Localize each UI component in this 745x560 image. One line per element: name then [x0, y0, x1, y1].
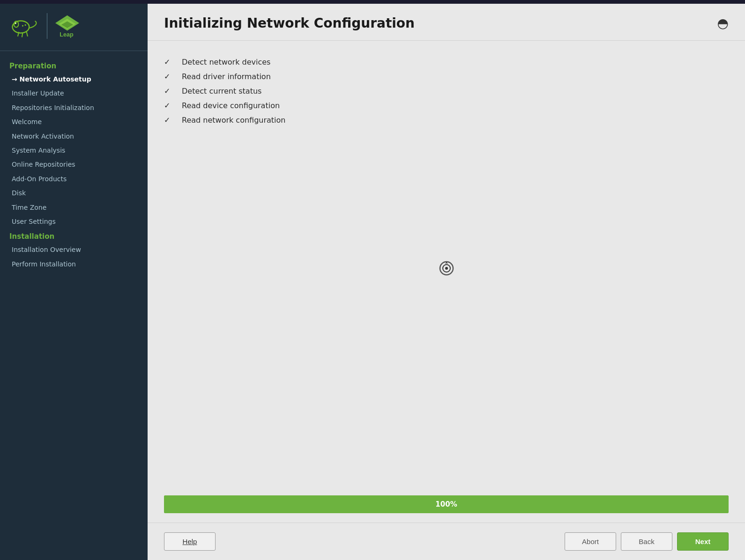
- checklist-item-4: ✓ Read device configuration: [164, 98, 729, 113]
- loading-spinner: [438, 260, 455, 277]
- sidebar-item-repositories-init[interactable]: Repositories Initialization: [0, 101, 148, 115]
- svg-point-4: [22, 25, 23, 26]
- leap-logo: Leap: [54, 15, 80, 38]
- bottom-left-buttons: Help: [164, 532, 216, 551]
- sidebar-item-installation-overview[interactable]: Installation Overview: [0, 243, 148, 257]
- sidebar-header: openSUSE Leap: [0, 4, 148, 51]
- checkmark-1: ✓: [164, 58, 173, 66]
- checklist-item-1: ✓ Detect network devices: [164, 55, 729, 69]
- sidebar-item-timezone[interactable]: Time Zone: [0, 200, 148, 214]
- progress-text: 100%: [435, 500, 457, 508]
- svg-text:Leap: Leap: [60, 31, 74, 38]
- logo-divider: [47, 13, 47, 39]
- checkmark-2: ✓: [164, 72, 173, 81]
- help-label: Help: [183, 538, 197, 545]
- help-button[interactable]: Help: [164, 532, 216, 551]
- checklist-text-4: Read device configuration: [182, 101, 280, 110]
- sidebar-item-user-settings[interactable]: User Settings: [0, 214, 148, 228]
- checklist-text-2: Read driver information: [182, 72, 271, 81]
- sidebar-item-network-autosetup[interactable]: → Network Autosetup: [0, 72, 148, 86]
- svg-point-3: [15, 22, 16, 23]
- section-preparation: Preparation: [0, 58, 148, 72]
- sidebar: openSUSE Leap Preparation: [0, 4, 148, 560]
- checklist: ✓ Detect network devices ✓ Read driver i…: [164, 55, 729, 127]
- leap-diamond-icon: Leap: [54, 15, 80, 38]
- sidebar-item-addon-products[interactable]: Add-On Products: [0, 172, 148, 186]
- checkmark-5: ✓: [164, 116, 173, 125]
- spinner-svg: [438, 260, 455, 277]
- svg-line-8: [27, 32, 28, 37]
- content-body: ✓ Detect network devices ✓ Read driver i…: [148, 41, 745, 495]
- bottom-bar: Help Abort Back Next: [148, 523, 745, 560]
- content-area: Initializing Network Configuration ◓ ✓ D…: [148, 4, 745, 560]
- svg-point-5: [25, 24, 26, 26]
- chameleon-icon: openSUSE: [9, 13, 40, 39]
- content-header: Initializing Network Configuration ◓: [148, 4, 745, 41]
- sidebar-item-network-activation[interactable]: Network Activation: [0, 129, 148, 143]
- sidebar-item-system-analysis[interactable]: System Analysis: [0, 143, 148, 157]
- abort-button[interactable]: Abort: [565, 532, 616, 551]
- progress-bar: 100%: [164, 495, 729, 513]
- opensuse-logo: openSUSE: [9, 13, 40, 39]
- checklist-text-1: Detect network devices: [182, 58, 270, 66]
- progress-section: 100%: [148, 495, 745, 523]
- sidebar-item-online-repos[interactable]: Online Repositories: [0, 157, 148, 171]
- back-button[interactable]: Back: [621, 532, 672, 551]
- moon-icon: ◓: [717, 15, 729, 31]
- checklist-text-5: Read network configuration: [182, 116, 285, 125]
- sidebar-item-disk[interactable]: Disk: [0, 186, 148, 200]
- checkmark-3: ✓: [164, 87, 173, 96]
- sidebar-item-welcome[interactable]: Welcome: [0, 115, 148, 129]
- bottom-right-buttons: Abort Back Next: [565, 532, 729, 551]
- checklist-item-3: ✓ Detect current status: [164, 84, 729, 98]
- sidebar-nav: Preparation → Network Autosetup Installe…: [0, 51, 148, 560]
- sidebar-item-installer-update[interactable]: Installer Update: [0, 86, 148, 100]
- checklist-text-3: Detect current status: [182, 87, 261, 96]
- checkmark-4: ✓: [164, 101, 173, 110]
- svg-point-16: [445, 267, 448, 270]
- sidebar-item-perform-installation[interactable]: Perform Installation: [0, 257, 148, 271]
- page-title: Initializing Network Configuration: [164, 15, 415, 31]
- checklist-item-5: ✓ Read network configuration: [164, 113, 729, 127]
- section-installation: Installation: [0, 228, 148, 243]
- checklist-item-2: ✓ Read driver information: [164, 69, 729, 84]
- svg-text:openSUSE: openSUSE: [9, 38, 30, 39]
- next-button[interactable]: Next: [677, 532, 729, 551]
